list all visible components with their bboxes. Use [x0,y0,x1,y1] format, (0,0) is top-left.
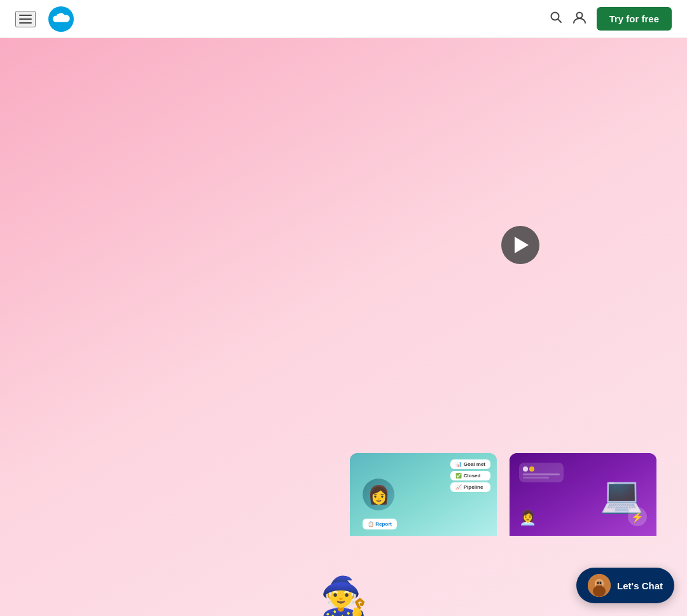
card-3-image: 👩 📊 Goal met ✅ Closed 📈 Pipeline 📋 Repor… [350,453,497,536]
header-left [15,4,76,34]
svg-point-7 [597,582,599,584]
cards-row: 👨 Welcome to the AI Enterprise. Where da… [31,453,656,599]
list-item[interactable]: 🧙 Revolutionize chatbot experiences with… [190,453,337,599]
play-button[interactable] [501,226,539,264]
user-account-button[interactable] [572,10,586,27]
salesforce-logo [46,4,76,34]
card-4-image: 💻 ⚡ 👩‍💼 [510,453,656,536]
chat-label: Let's Chat [617,580,663,591]
chat-avatar [588,574,611,597]
svg-line-2 [558,19,561,22]
svg-point-8 [600,582,602,584]
header: Try for free [0,0,687,38]
search-button[interactable] [550,11,562,27]
hamburger-button[interactable] [15,11,36,27]
card-2-image: 🧙 [190,453,337,536]
header-right: Try for free [550,7,672,31]
try-free-button[interactable]: Try for free [597,7,672,31]
svg-point-9 [593,585,606,597]
chat-bubble[interactable]: Let's Chat [576,568,674,603]
svg-point-3 [576,13,582,18]
